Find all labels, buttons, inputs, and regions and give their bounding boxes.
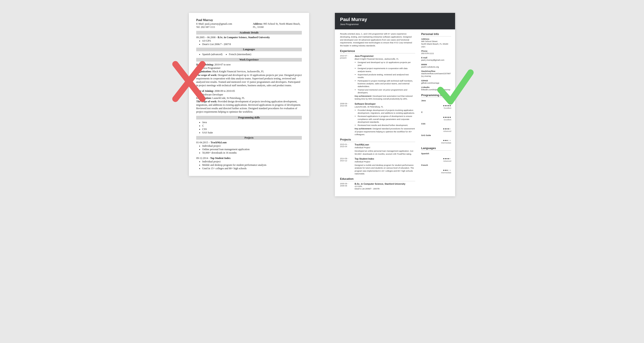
skill-row: SAS Suite●●●●●Intermediate xyxy=(421,134,451,144)
rating-dots-icon: ●●●●● xyxy=(421,116,451,118)
skill-row: Spanish●●●●●Advanced xyxy=(421,152,451,162)
right-sidebar: Personal Info Address995 School Street N… xyxy=(418,29,455,196)
exp-heading: Experience xyxy=(340,49,415,53)
left-contact-row: E-Mail: paul.j.murray@gmail.comTel: 202-… xyxy=(196,22,302,29)
section-academic: Academic Details xyxy=(196,31,302,34)
exp2-bullets: Provided design development of projects … xyxy=(358,109,415,127)
skill-row: French●●●●●Intermediate xyxy=(421,164,451,174)
section-languages: Languages xyxy=(196,48,302,51)
projects-heading: Projects xyxy=(340,138,415,142)
left-name: Paul Murray xyxy=(196,18,302,22)
rating-dots-icon: ●●●●● xyxy=(421,104,451,107)
skills-list: Java C CSS SAS Suite xyxy=(202,121,302,134)
right-header: Paul Murray Java Programmer xyxy=(335,13,455,29)
exp1-bullets: Designed and developed up to 10 applicat… xyxy=(358,61,415,94)
rating-dots-icon: ●●●●● xyxy=(421,169,451,171)
skill-row: C●●●●●Excellent xyxy=(421,111,451,121)
section-skills: Programming skills xyxy=(196,116,302,119)
addr-val: 995 School Street North Miami Beach, FL … xyxy=(421,40,451,48)
proj2: 2014-09 - 2014-12 Top Student Index Indi… xyxy=(340,157,415,175)
skill-row: CSS●●●●●Advanced xyxy=(421,122,451,132)
right-body: Results-oriented Java, C, and CSS progra… xyxy=(335,29,455,196)
langs-container: Spanish●●●●●AdvancedFrench●●●●●Intermedi… xyxy=(421,152,451,174)
rating-dots-icon: ●●●●● xyxy=(421,127,451,130)
exp2: 2008-09 - 2010-05 Software Developer Lau… xyxy=(340,102,415,136)
section-projects: Projects xyxy=(196,136,302,140)
right-name: Paul Murray xyxy=(340,17,450,22)
edu-heading: Education xyxy=(340,177,415,181)
proj1: 2015-01 - 2015-04 TrackMyLoan Individual… xyxy=(340,143,415,155)
exp1: 2010-07 - present Java Programmer Black … xyxy=(340,55,415,100)
right-main: Results-oriented Java, C, and CSS progra… xyxy=(335,29,418,196)
bad-resume-page: Paul Murray E-Mail: paul.j.murray@gmail.… xyxy=(189,13,309,176)
summary: Results-oriented Java, C, and CSS progra… xyxy=(340,32,415,47)
proj1-bullets: Individual project Online personal loan … xyxy=(202,144,302,154)
skills-container: Java●●●●●ExcellentC●●●●●ExcellentCSS●●●●… xyxy=(421,99,451,144)
job2: Date of Joining: 2008-09 to 2010-05 Post… xyxy=(196,89,302,113)
personal-info-h: Personal Info xyxy=(421,32,451,36)
edu-line: 09.2005 – 06.2008 - B.Sc. in Computer Sc… xyxy=(196,36,302,39)
good-resume-wrap: Paul Murray Java Programmer Results-orie… xyxy=(335,13,455,196)
bad-resume-wrap: Paul Murray E-Mail: paul.j.murray@gmail.… xyxy=(189,13,309,176)
lang-row: Spanish (advanced) French (intermediate) xyxy=(202,52,302,56)
proj2-head: 09-12.2014 - Top Student Index xyxy=(196,157,302,160)
rating-dots-icon: ●●●●● xyxy=(421,139,451,142)
skill-row: Java●●●●●Excellent xyxy=(421,99,451,109)
section-work: Work Experience xyxy=(196,58,302,61)
skills-h: Programming Skills xyxy=(421,93,451,98)
proj1-head: 01-04.2015 – TrackMyLoan xyxy=(196,141,302,144)
edu-bullets: 4.0 GPA Dean's List 2006/7 - 2007/8 xyxy=(202,39,302,46)
lang-h: Languages xyxy=(421,146,451,151)
good-resume-page: Paul Murray Java Programmer Results-orie… xyxy=(335,13,455,196)
edu-entry: 2005-09 - 2008-06 B.Sc. in Computer Scie… xyxy=(340,183,415,190)
job1: Date of Joining: 2010-07 to now Post: Ja… xyxy=(196,63,302,87)
right-title: Java Programmer xyxy=(340,23,450,25)
proj2-bullets: Individual project Mobile and desktop pr… xyxy=(202,160,302,170)
rating-dots-icon: ●●●●● xyxy=(421,157,451,160)
